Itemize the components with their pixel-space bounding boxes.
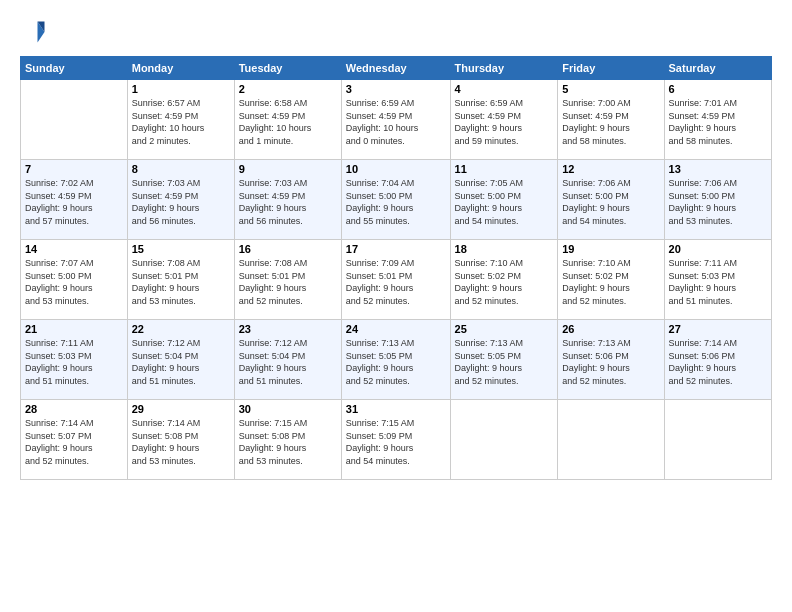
day-info: Sunrise: 7:15 AM Sunset: 5:08 PM Dayligh… xyxy=(239,417,337,467)
day-info: Sunrise: 7:14 AM Sunset: 5:07 PM Dayligh… xyxy=(25,417,123,467)
day-info: Sunrise: 6:59 AM Sunset: 4:59 PM Dayligh… xyxy=(455,97,554,147)
day-info: Sunrise: 6:57 AM Sunset: 4:59 PM Dayligh… xyxy=(132,97,230,147)
calendar-cell: 4Sunrise: 6:59 AM Sunset: 4:59 PM Daylig… xyxy=(450,80,558,160)
day-number: 20 xyxy=(669,243,767,255)
day-info: Sunrise: 7:08 AM Sunset: 5:01 PM Dayligh… xyxy=(132,257,230,307)
day-info: Sunrise: 7:14 AM Sunset: 5:06 PM Dayligh… xyxy=(669,337,767,387)
day-info: Sunrise: 7:07 AM Sunset: 5:00 PM Dayligh… xyxy=(25,257,123,307)
day-number: 23 xyxy=(239,323,337,335)
day-number: 29 xyxy=(132,403,230,415)
calendar-cell: 25Sunrise: 7:13 AM Sunset: 5:05 PM Dayli… xyxy=(450,320,558,400)
calendar-cell xyxy=(664,400,771,480)
day-number: 18 xyxy=(455,243,554,255)
calendar-cell: 29Sunrise: 7:14 AM Sunset: 5:08 PM Dayli… xyxy=(127,400,234,480)
page: SundayMondayTuesdayWednesdayThursdayFrid… xyxy=(0,0,792,612)
calendar-cell xyxy=(450,400,558,480)
day-info: Sunrise: 7:05 AM Sunset: 5:00 PM Dayligh… xyxy=(455,177,554,227)
calendar-week-row: 28Sunrise: 7:14 AM Sunset: 5:07 PM Dayli… xyxy=(21,400,772,480)
day-info: Sunrise: 7:06 AM Sunset: 5:00 PM Dayligh… xyxy=(562,177,659,227)
day-of-week-header: Wednesday xyxy=(341,57,450,80)
day-info: Sunrise: 7:13 AM Sunset: 5:05 PM Dayligh… xyxy=(346,337,446,387)
header xyxy=(20,18,772,46)
day-number: 14 xyxy=(25,243,123,255)
day-number: 5 xyxy=(562,83,659,95)
calendar-cell: 3Sunrise: 6:59 AM Sunset: 4:59 PM Daylig… xyxy=(341,80,450,160)
day-number: 15 xyxy=(132,243,230,255)
day-of-week-header: Saturday xyxy=(664,57,771,80)
day-number: 7 xyxy=(25,163,123,175)
logo xyxy=(20,18,52,46)
calendar-cell: 1Sunrise: 6:57 AM Sunset: 4:59 PM Daylig… xyxy=(127,80,234,160)
calendar-cell: 17Sunrise: 7:09 AM Sunset: 5:01 PM Dayli… xyxy=(341,240,450,320)
calendar-cell: 9Sunrise: 7:03 AM Sunset: 4:59 PM Daylig… xyxy=(234,160,341,240)
calendar-cell: 19Sunrise: 7:10 AM Sunset: 5:02 PM Dayli… xyxy=(558,240,664,320)
day-info: Sunrise: 7:11 AM Sunset: 5:03 PM Dayligh… xyxy=(669,257,767,307)
day-number: 4 xyxy=(455,83,554,95)
day-info: Sunrise: 7:14 AM Sunset: 5:08 PM Dayligh… xyxy=(132,417,230,467)
day-info: Sunrise: 7:10 AM Sunset: 5:02 PM Dayligh… xyxy=(562,257,659,307)
day-number: 28 xyxy=(25,403,123,415)
day-info: Sunrise: 7:13 AM Sunset: 5:05 PM Dayligh… xyxy=(455,337,554,387)
day-info: Sunrise: 7:01 AM Sunset: 4:59 PM Dayligh… xyxy=(669,97,767,147)
day-number: 26 xyxy=(562,323,659,335)
day-number: 22 xyxy=(132,323,230,335)
calendar-cell: 24Sunrise: 7:13 AM Sunset: 5:05 PM Dayli… xyxy=(341,320,450,400)
day-number: 27 xyxy=(669,323,767,335)
calendar-cell: 21Sunrise: 7:11 AM Sunset: 5:03 PM Dayli… xyxy=(21,320,128,400)
day-info: Sunrise: 6:58 AM Sunset: 4:59 PM Dayligh… xyxy=(239,97,337,147)
day-info: Sunrise: 7:12 AM Sunset: 5:04 PM Dayligh… xyxy=(239,337,337,387)
day-of-week-header: Sunday xyxy=(21,57,128,80)
calendar-cell: 12Sunrise: 7:06 AM Sunset: 5:00 PM Dayli… xyxy=(558,160,664,240)
day-info: Sunrise: 7:08 AM Sunset: 5:01 PM Dayligh… xyxy=(239,257,337,307)
day-number: 10 xyxy=(346,163,446,175)
day-info: Sunrise: 7:09 AM Sunset: 5:01 PM Dayligh… xyxy=(346,257,446,307)
day-info: Sunrise: 7:12 AM Sunset: 5:04 PM Dayligh… xyxy=(132,337,230,387)
calendar-cell: 16Sunrise: 7:08 AM Sunset: 5:01 PM Dayli… xyxy=(234,240,341,320)
calendar-table: SundayMondayTuesdayWednesdayThursdayFrid… xyxy=(20,56,772,480)
day-info: Sunrise: 7:03 AM Sunset: 4:59 PM Dayligh… xyxy=(239,177,337,227)
day-info: Sunrise: 7:11 AM Sunset: 5:03 PM Dayligh… xyxy=(25,337,123,387)
day-of-week-header: Tuesday xyxy=(234,57,341,80)
calendar-cell: 7Sunrise: 7:02 AM Sunset: 4:59 PM Daylig… xyxy=(21,160,128,240)
day-number: 13 xyxy=(669,163,767,175)
day-of-week-header: Monday xyxy=(127,57,234,80)
day-of-week-header: Friday xyxy=(558,57,664,80)
calendar-cell: 11Sunrise: 7:05 AM Sunset: 5:00 PM Dayli… xyxy=(450,160,558,240)
calendar-week-row: 14Sunrise: 7:07 AM Sunset: 5:00 PM Dayli… xyxy=(21,240,772,320)
day-info: Sunrise: 7:03 AM Sunset: 4:59 PM Dayligh… xyxy=(132,177,230,227)
logo-icon xyxy=(20,18,48,46)
calendar-cell: 23Sunrise: 7:12 AM Sunset: 5:04 PM Dayli… xyxy=(234,320,341,400)
day-info: Sunrise: 7:02 AM Sunset: 4:59 PM Dayligh… xyxy=(25,177,123,227)
calendar-cell: 10Sunrise: 7:04 AM Sunset: 5:00 PM Dayli… xyxy=(341,160,450,240)
calendar-cell: 5Sunrise: 7:00 AM Sunset: 4:59 PM Daylig… xyxy=(558,80,664,160)
day-number: 6 xyxy=(669,83,767,95)
day-number: 24 xyxy=(346,323,446,335)
calendar-cell: 6Sunrise: 7:01 AM Sunset: 4:59 PM Daylig… xyxy=(664,80,771,160)
calendar-cell: 30Sunrise: 7:15 AM Sunset: 5:08 PM Dayli… xyxy=(234,400,341,480)
day-number: 2 xyxy=(239,83,337,95)
calendar-cell: 20Sunrise: 7:11 AM Sunset: 5:03 PM Dayli… xyxy=(664,240,771,320)
day-number: 9 xyxy=(239,163,337,175)
day-number: 16 xyxy=(239,243,337,255)
calendar-cell: 27Sunrise: 7:14 AM Sunset: 5:06 PM Dayli… xyxy=(664,320,771,400)
day-number: 8 xyxy=(132,163,230,175)
calendar-cell: 2Sunrise: 6:58 AM Sunset: 4:59 PM Daylig… xyxy=(234,80,341,160)
day-info: Sunrise: 7:06 AM Sunset: 5:00 PM Dayligh… xyxy=(669,177,767,227)
day-number: 12 xyxy=(562,163,659,175)
day-number: 30 xyxy=(239,403,337,415)
calendar-cell: 28Sunrise: 7:14 AM Sunset: 5:07 PM Dayli… xyxy=(21,400,128,480)
calendar-cell xyxy=(558,400,664,480)
day-info: Sunrise: 7:00 AM Sunset: 4:59 PM Dayligh… xyxy=(562,97,659,147)
calendar-cell xyxy=(21,80,128,160)
calendar-week-row: 7Sunrise: 7:02 AM Sunset: 4:59 PM Daylig… xyxy=(21,160,772,240)
calendar-header-row: SundayMondayTuesdayWednesdayThursdayFrid… xyxy=(21,57,772,80)
calendar-cell: 14Sunrise: 7:07 AM Sunset: 5:00 PM Dayli… xyxy=(21,240,128,320)
calendar-week-row: 1Sunrise: 6:57 AM Sunset: 4:59 PM Daylig… xyxy=(21,80,772,160)
calendar-cell: 13Sunrise: 7:06 AM Sunset: 5:00 PM Dayli… xyxy=(664,160,771,240)
day-info: Sunrise: 6:59 AM Sunset: 4:59 PM Dayligh… xyxy=(346,97,446,147)
day-info: Sunrise: 7:04 AM Sunset: 5:00 PM Dayligh… xyxy=(346,177,446,227)
day-number: 21 xyxy=(25,323,123,335)
calendar-cell: 26Sunrise: 7:13 AM Sunset: 5:06 PM Dayli… xyxy=(558,320,664,400)
day-number: 17 xyxy=(346,243,446,255)
calendar-cell: 22Sunrise: 7:12 AM Sunset: 5:04 PM Dayli… xyxy=(127,320,234,400)
